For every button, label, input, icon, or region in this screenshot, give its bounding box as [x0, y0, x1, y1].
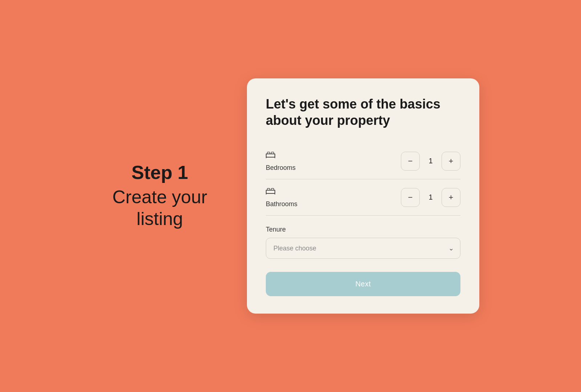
- svg-rect-7: [266, 190, 275, 193]
- bathrooms-decrement-button[interactable]: −: [401, 188, 420, 207]
- tenure-label: Tenure: [266, 226, 460, 233]
- bathrooms-increment-button[interactable]: +: [442, 188, 460, 207]
- bedrooms-decrement-button[interactable]: −: [401, 152, 420, 171]
- bathrooms-row: Bathrooms − 1 +: [266, 179, 460, 216]
- bedrooms-value: 1: [423, 157, 439, 165]
- left-section: Step 1 Create yourlisting: [102, 162, 218, 229]
- svg-rect-9: [271, 188, 274, 190]
- bedrooms-label: Bedrooms: [266, 164, 296, 172]
- bathrooms-label: Bathrooms: [266, 200, 297, 208]
- svg-rect-2: [271, 152, 274, 154]
- bath-icon: [266, 187, 297, 197]
- step-label: Step 1: [131, 162, 188, 183]
- svg-rect-0: [266, 154, 275, 157]
- card-title: Let's get some of the basics about your …: [266, 96, 460, 128]
- tenure-wrapper: Please choose Freehold Leasehold Shared …: [266, 238, 460, 259]
- bedrooms-increment-button[interactable]: +: [442, 152, 460, 171]
- svg-rect-1: [267, 152, 270, 154]
- next-button[interactable]: Next: [266, 272, 460, 296]
- bedrooms-label-group: Bedrooms: [266, 150, 296, 172]
- bedrooms-counter: − 1 +: [401, 152, 460, 171]
- tenure-section: Tenure Please choose Freehold Leasehold …: [266, 226, 460, 259]
- svg-rect-8: [267, 188, 270, 190]
- bathrooms-value: 1: [423, 193, 439, 201]
- step-description: Create yourlisting: [112, 186, 207, 230]
- bedrooms-row: Bedrooms − 1 +: [266, 143, 460, 179]
- bathrooms-label-group: Bathrooms: [266, 187, 297, 208]
- bathrooms-counter: − 1 +: [401, 188, 460, 207]
- page-layout: Step 1 Create yourlisting Let's get some…: [0, 0, 581, 392]
- property-form-card: Let's get some of the basics about your …: [247, 78, 479, 314]
- bed-icon: [266, 150, 296, 160]
- tenure-select[interactable]: Please choose Freehold Leasehold Shared …: [266, 238, 460, 259]
